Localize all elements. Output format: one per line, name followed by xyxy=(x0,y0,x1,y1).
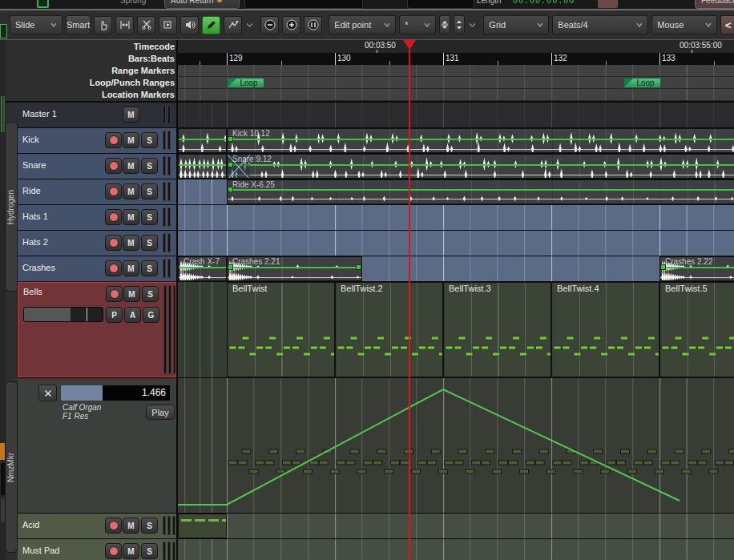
punch-checkbox[interactable] xyxy=(37,0,49,8)
track-header-must-pad[interactable]: Must PadMS xyxy=(18,539,176,560)
gain-handle[interactable] xyxy=(356,264,361,270)
playhead[interactable] xyxy=(409,40,410,560)
track-row-hats-2[interactable] xyxy=(178,231,734,256)
solo-button[interactable]: S xyxy=(141,158,158,174)
solo-button[interactable]: S xyxy=(141,260,158,276)
zoom-in-button[interactable] xyxy=(282,16,300,34)
automation-button[interactable]: A xyxy=(124,307,141,323)
midi-region[interactable]: BellTwist.2 xyxy=(335,282,443,377)
audio-region[interactable]: Crashes 2.22 xyxy=(659,256,734,281)
gain-handle[interactable] xyxy=(228,187,233,192)
nudge-clock-stepper[interactable] xyxy=(454,15,465,34)
automation-play-button[interactable]: Play xyxy=(146,405,175,420)
snap-mode-combo[interactable]: Grid xyxy=(483,15,549,34)
mute-button[interactable]: M xyxy=(123,183,139,199)
ruler-label-timecode[interactable]: Timecode xyxy=(0,40,175,53)
group-button[interactable]: G xyxy=(143,307,159,323)
audio-region[interactable]: Snare 9.12 xyxy=(227,154,734,179)
loop-marker[interactable]: Loop xyxy=(623,78,661,88)
record-arm-button[interactable] xyxy=(106,286,123,302)
feedback-button[interactable]: Feedback xyxy=(695,0,734,9)
automation-curve[interactable] xyxy=(178,378,734,513)
track-header-snare[interactable]: SnareMS xyxy=(18,154,176,179)
audition-tool-button[interactable] xyxy=(180,16,199,34)
gain-handle[interactable] xyxy=(228,136,233,142)
audio-region[interactable]: Crashes 2.21 xyxy=(227,256,362,281)
mute-button[interactable]: M xyxy=(123,158,139,174)
solo-button[interactable]: S xyxy=(141,183,158,199)
mute-button[interactable]: M xyxy=(123,543,139,559)
record-arm-button[interactable] xyxy=(105,260,122,276)
edit-mode-combo[interactable]: Slide xyxy=(10,15,63,34)
solo-button[interactable]: S xyxy=(142,286,159,302)
mute-button[interactable]: M xyxy=(123,260,139,276)
stretch-tool-button[interactable] xyxy=(159,16,177,34)
mute-button[interactable]: M xyxy=(123,286,140,302)
solo-button[interactable]: S xyxy=(141,543,158,559)
record-arm-button[interactable] xyxy=(105,183,122,199)
record-arm-button[interactable] xyxy=(105,235,122,251)
side-tab-hydrogen[interactable]: Hydrogen xyxy=(5,122,18,292)
side-tab-nmzmkr[interactable]: NmzMkr xyxy=(5,381,18,553)
bars-beats-ruler[interactable]: 129130131132133 xyxy=(178,53,734,65)
edit-group-combo[interactable]: * xyxy=(399,15,436,34)
track-row-kick[interactable]: Kick 10.12 xyxy=(178,128,734,153)
solo-button[interactable]: S xyxy=(141,209,158,225)
track-row-must-pad[interactable] xyxy=(178,539,734,560)
track-header-master-1[interactable]: Master 1M xyxy=(18,103,176,127)
cut-tool-button[interactable] xyxy=(137,16,155,34)
prev-marker-button[interactable]: < xyxy=(720,15,734,34)
loop-marker[interactable]: Loop xyxy=(227,78,264,88)
loop-punch-ruler[interactable]: LoopLoop xyxy=(178,77,734,89)
record-arm-button[interactable] xyxy=(105,518,122,534)
ruler-label-bars-beats[interactable]: Bars:Beats xyxy=(0,53,175,65)
playhead-marker[interactable] xyxy=(403,40,416,50)
track-row-bells[interactable]: BellTwistBellTwist.2BellTwist.3BellTwist… xyxy=(178,282,734,377)
range-markers-ruler[interactable] xyxy=(178,65,734,77)
grid-unit-combo[interactable]: Beats/4 xyxy=(552,15,648,34)
nudge-chevron-icon[interactable] xyxy=(468,22,477,28)
track-fader[interactable] xyxy=(23,307,103,322)
track-header-ride[interactable]: RideMS xyxy=(18,179,176,204)
audio-region[interactable] xyxy=(178,128,227,153)
region[interactable] xyxy=(178,514,227,538)
gain-line[interactable] xyxy=(179,267,226,268)
mute-button[interactable]: M xyxy=(123,209,139,225)
automation-lane-row[interactable] xyxy=(178,378,734,513)
playlist-button[interactable]: P xyxy=(106,307,123,323)
gain-line[interactable] xyxy=(228,189,734,191)
range-tool-button[interactable] xyxy=(115,16,134,34)
solo-button[interactable]: S xyxy=(141,132,158,148)
transport-small-button[interactable] xyxy=(597,0,619,9)
track-row-ride[interactable]: Ride X-6.25 xyxy=(178,179,734,204)
draw-tool-button[interactable] xyxy=(202,16,220,34)
automation-value-slider[interactable]: 1.466 xyxy=(60,385,171,401)
track-header-bells[interactable]: BellsMSPAG xyxy=(18,282,176,377)
track-row-master-1[interactable] xyxy=(178,103,734,127)
track-header-crashes[interactable]: CrashesMS xyxy=(18,256,176,281)
mute-button[interactable]: M xyxy=(123,132,139,148)
gain-line[interactable] xyxy=(179,139,226,140)
zoom-out-button[interactable] xyxy=(260,16,279,34)
midi-region[interactable]: BellTwist.3 xyxy=(443,282,551,377)
track-header-hats-1[interactable]: Hats 1MS xyxy=(18,205,176,230)
ruler-label-location-markers[interactable]: Location Markers xyxy=(0,89,175,101)
gain-line[interactable] xyxy=(228,139,734,140)
close-automation-button[interactable] xyxy=(38,385,57,401)
edit-point-combo[interactable]: Edit point xyxy=(329,15,396,34)
gain-line[interactable] xyxy=(228,164,734,166)
record-arm-button[interactable] xyxy=(105,209,122,225)
audio-region[interactable]: Ride X-6.25 xyxy=(227,179,734,204)
midi-region[interactable]: BellTwist xyxy=(227,282,335,377)
gain-line[interactable] xyxy=(228,267,361,268)
solo-button[interactable]: S xyxy=(141,235,158,251)
ruler-label-loop-punch[interactable]: Loop/Punch Ranges xyxy=(0,77,175,89)
solo-button[interactable]: S xyxy=(141,518,158,534)
mute-button[interactable]: M xyxy=(123,107,139,123)
track-header-kick[interactable]: KickMS xyxy=(18,128,176,153)
gain-line[interactable] xyxy=(179,164,226,166)
gain-handle[interactable] xyxy=(660,264,666,270)
audio-region[interactable] xyxy=(178,154,227,179)
tools-chevron-icon[interactable] xyxy=(245,22,254,28)
edit-point-mouse-combo[interactable]: Mouse xyxy=(651,15,717,34)
